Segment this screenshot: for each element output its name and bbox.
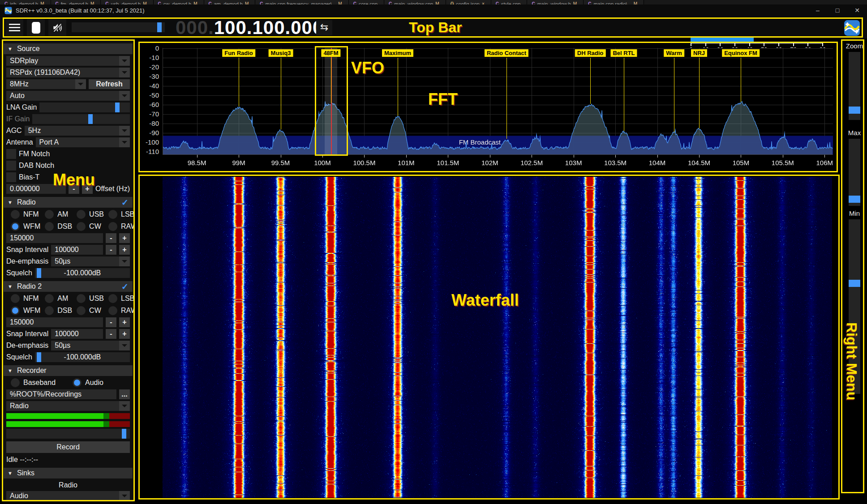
recording-path-input[interactable]: %ROOT%/Recordings [6,389,116,399]
mode-option-am[interactable]: AM [40,209,72,219]
editor-tab[interactable]: Cam_demod.hM [204,0,256,4]
mode-option-nfm[interactable]: NFM [6,209,40,219]
mode-option-audio[interactable]: Audio [68,378,130,388]
offset-minus-button[interactable]: - [69,184,79,194]
mode-option-dsb[interactable]: DSB [40,222,72,231]
mode-option-am[interactable]: AM [40,294,72,303]
sink-type-select[interactable]: Audio [6,491,130,501]
dab-notch-checkbox[interactable] [6,161,16,171]
offset-plus-button[interactable]: + [82,184,93,194]
mode-option-usb[interactable]: USB [72,209,104,219]
editor-tab[interactable]: Cmain_window.cppM [384,0,446,4]
mode-option-dsb[interactable]: DSB [40,306,72,316]
bandwidth-plus-button[interactable]: + [119,233,130,243]
offset-input[interactable]: 0.000000 [6,184,66,194]
section-header-recorder[interactable]: ▼ Recorder [4,365,133,376]
radio2-squelch-slider[interactable]: -100.000dB [35,352,130,362]
snap-minus-button[interactable]: - [106,329,116,339]
editor-tab[interactable]: Cisb_demod.hM [0,0,51,4]
editor-tab[interactable]: Ccw_demod.hM [154,0,204,4]
section-header-radio[interactable]: ▼ Radio ✓ [4,197,133,208]
radio-circle [45,222,54,231]
radio-circle [77,210,86,219]
editor-tab[interactable]: Cmain_window.hM [527,0,584,4]
collapse-triangle-icon: ▼ [8,200,13,205]
mode-option-raw[interactable]: RAW [104,222,133,231]
module-enabled-check-icon[interactable]: ✓ [121,197,129,208]
mode-option-lsb[interactable]: LSB [104,294,133,303]
section-header-radio2[interactable]: ▼ Radio 2 ✓ [4,281,133,292]
fft-db-label: -30 [136,73,159,80]
radio-circle [108,294,117,303]
volume-slider[interactable] [72,22,165,32]
fm-notch-checkbox[interactable] [6,149,16,159]
radio2-deemphasis-select[interactable]: 50µs [51,341,130,350]
minimize-button[interactable]: – [808,4,828,17]
bandwidth-minus-button[interactable]: - [106,317,116,327]
radio1-snap-input[interactable]: 100000 [51,245,103,255]
mode-option-cw[interactable]: CW [72,222,104,231]
module-enabled-check-icon[interactable]: ✓ [121,282,129,292]
max-slider[interactable] [849,139,860,206]
volume-slider-handle[interactable] [157,22,162,32]
waterfall-canvas[interactable] [163,177,832,498]
mode-option-lsb[interactable]: LSB [104,209,133,219]
radio1-deemphasis-select[interactable]: 50µs [51,256,130,266]
radio2-snap-input[interactable]: 100000 [51,329,103,339]
bandwidth-plus-button[interactable]: + [119,317,130,327]
if-gain-slider[interactable] [32,114,130,124]
mode-option-usb[interactable]: USB [72,294,104,303]
close-button[interactable]: ✕ [847,4,867,17]
editor-tab[interactable]: Cmain.cpp frequency_manager\...M [255,0,348,4]
snap-plus-button[interactable]: + [119,245,130,255]
editor-tab[interactable]: Ccore.cpp [349,0,384,4]
radio1-bandwidth-input[interactable]: 150000 [6,233,103,243]
mode-option-wfm[interactable]: WFM [6,306,40,316]
mode-option-nfm[interactable]: NFM [6,294,40,303]
refresh-button[interactable]: Refresh [89,79,130,89]
maximize-button[interactable]: □ [828,4,847,17]
snap-plus-button[interactable]: + [119,329,130,339]
agc-rate-select[interactable]: 5Hz [25,126,130,136]
tab-badge: × [482,1,485,4]
editor-tab[interactable]: Cusb_demod.hM [101,0,153,4]
file-icon: C [158,1,161,4]
editor-tab[interactable]: Cstyle.cpp [491,0,528,4]
mode-option-raw[interactable]: RAW [104,306,133,316]
section-header-source[interactable]: ▼ Source [4,43,133,54]
frequency-display[interactable]: 000.100.100.000 [176,17,323,38]
source-driver-select[interactable]: SDRplay [6,56,130,66]
tuning-mode-button[interactable]: ⇆ [316,20,332,35]
tab-badge: M [90,1,94,4]
mode-option-baseband[interactable]: Baseband [6,378,68,388]
radio-circle [45,306,54,315]
bias-t-checkbox[interactable] [6,172,16,182]
editor-tab[interactable]: Cmain.cpp radio\...M [584,0,644,4]
mode-option-wfm[interactable]: WFM [6,222,40,231]
editor-tab[interactable]: Cfm_demod.hM [51,0,101,4]
record-button[interactable]: Record [6,441,130,453]
stop-button[interactable] [27,19,45,36]
editor-tab[interactable]: {}config.json× [446,0,491,4]
sample-rate-select[interactable]: 8MHz [6,79,86,89]
radio1-squelch-slider[interactable]: -100.000dB [35,268,130,278]
mute-button[interactable] [48,19,66,36]
tab-badge: M [193,1,197,4]
recorder-stream-select[interactable]: Radio [6,401,130,411]
menu-toggle-button[interactable] [5,19,23,36]
source-device-select[interactable]: RSPdx (191106DA42) [6,68,130,77]
zoom-slider[interactable] [849,52,860,120]
antenna-select[interactable]: Port A [36,137,130,147]
section-header-sinks[interactable]: ▼ Sinks [4,468,133,478]
mode-option-cw[interactable]: CW [72,306,104,316]
agc-mode-select[interactable]: Auto [6,91,130,101]
radio2-bandwidth-input[interactable]: 150000 [6,317,103,327]
lna-gain-slider[interactable] [39,103,130,112]
snap-minus-button[interactable]: - [106,245,116,255]
fft-canvas[interactable] [163,48,833,160]
min-slider[interactable] [849,219,860,394]
browse-button[interactable]: ... [119,389,130,399]
bandwidth-minus-button[interactable]: - [106,233,116,243]
file-icon: C [496,1,499,4]
recorder-volume-slider[interactable] [6,429,130,439]
